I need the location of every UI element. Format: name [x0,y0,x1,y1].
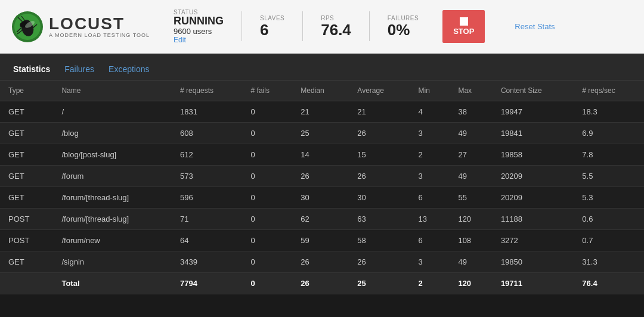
cell-type: GET [0,101,53,123]
cell-max: 108 [450,230,492,251]
cell-name: /blog/[post-slug] [53,144,172,166]
table-row: GET /blog/[post-slug] 612 0 14 15 2 27 1… [0,144,644,166]
table-row: GET /forum/[thread-slug] 596 0 30 30 6 5… [0,187,644,209]
cell-min: 4 [410,101,450,123]
col-max: Max [450,80,492,101]
cell-reqs-sec: 0.6 [574,209,644,230]
cell-fails: 0 [243,166,293,187]
col-type: Type [0,80,53,101]
cell-max: 38 [450,101,492,123]
cell-median: 14 [292,144,349,166]
col-name: Name [53,80,172,101]
cell-requests: 71 [172,209,243,230]
cell-min: 2 [410,144,450,166]
cell-requests: 612 [172,144,243,166]
tab-statistics[interactable]: Statistics [12,61,51,80]
cell-median: 26 [292,166,349,187]
cell-reqs-sec: 7.8 [574,144,644,166]
col-fails: # fails [243,80,293,101]
cell-max: 49 [450,251,492,273]
cell-type: GET [0,123,53,144]
cell-type: GET [0,166,53,187]
cell-min: 6 [410,230,450,251]
cell-requests: 3439 [172,251,243,273]
cell-requests: 64 [172,230,243,251]
cell-median: 30 [292,187,349,209]
rps-block: RPS 76.4 [321,15,351,39]
table-row: GET /signin 3439 0 26 26 3 49 19850 31.3 [0,251,644,273]
slaves-block: SLAVES 6 [260,15,284,39]
cell-reqs-sec: 0.7 [574,230,644,251]
cell-max: 49 [450,166,492,187]
total-average: 25 [349,273,410,294]
reset-stats-link[interactable]: Reset Stats [515,22,555,31]
cell-min: 13 [410,209,450,230]
cell-content-size: 19947 [493,101,574,123]
status-users: 9600 users [174,27,224,36]
logo-text-area: LOCUST A MODERN LOAD TESTING TOOL [49,15,150,38]
cell-content-size: 19850 [493,251,574,273]
logo-area: LOCUST A MODERN LOAD TESTING TOOL [12,11,150,42]
cell-min: 3 [410,166,450,187]
cell-fails: 0 [243,209,293,230]
total-type [0,273,53,294]
cell-reqs-sec: 5.3 [574,187,644,209]
cell-requests: 608 [172,123,243,144]
cell-type: GET [0,251,53,273]
stop-label: STOP [453,27,474,36]
cell-name: /forum/[thread-slug] [53,209,172,230]
logo-subtitle: A MODERN LOAD TESTING TOOL [49,32,150,38]
cell-fails: 0 [243,187,293,209]
cell-name: /forum/new [53,230,172,251]
cell-type: GET [0,187,53,209]
stop-icon [460,17,468,26]
cell-requests: 596 [172,187,243,209]
main-content: Statistics Failures Exceptions Type Name… [0,54,644,294]
cell-content-size: 3272 [493,230,574,251]
slaves-value: 6 [260,21,284,39]
cell-name: / [53,101,172,123]
tab-bar: Statistics Failures Exceptions [0,54,644,80]
cell-requests: 1831 [172,101,243,123]
cell-median: 59 [292,230,349,251]
tab-failures[interactable]: Failures [63,61,95,80]
cell-content-size: 11188 [493,209,574,230]
table-row: POST /forum/[thread-slug] 71 0 62 63 13 … [0,209,644,230]
total-fails: 0 [243,273,293,294]
stop-button[interactable]: STOP [442,10,485,43]
cell-max: 27 [450,144,492,166]
failures-value: 0% [388,21,419,39]
logo-title: LOCUST [49,15,150,32]
col-content-size: Content Size [493,80,574,101]
cell-reqs-sec: 5.5 [574,166,644,187]
col-reqs-sec: # reqs/sec [574,80,644,101]
divider-1 [242,11,242,41]
total-median: 26 [292,273,349,294]
table-row: GET /blog 608 0 25 26 3 49 19841 6.9 [0,123,644,144]
table-header-row: Type Name # requests # fails Median Aver… [0,80,644,101]
divider-2 [302,11,303,41]
table-total-row: Total 7794 0 26 25 2 120 19711 76.4 [0,273,644,294]
cell-reqs-sec: 18.3 [574,101,644,123]
table-row: GET /forum 573 0 26 26 3 49 20209 5.5 [0,166,644,187]
cell-content-size: 19841 [493,123,574,144]
col-min: Min [410,80,450,101]
cell-average: 21 [349,101,410,123]
tab-exceptions[interactable]: Exceptions [107,61,150,80]
cell-name: /forum [53,166,172,187]
table-row: POST /forum/new 64 0 59 58 6 108 3272 0.… [0,230,644,251]
cell-median: 21 [292,101,349,123]
cell-average: 26 [349,251,410,273]
edit-link[interactable]: Edit [174,36,224,44]
cell-name: /blog [53,123,172,144]
cell-average: 63 [349,209,410,230]
cell-max: 49 [450,123,492,144]
cell-average: 26 [349,166,410,187]
cell-max: 120 [450,209,492,230]
cell-average: 26 [349,123,410,144]
statistics-table: Type Name # requests # fails Median Aver… [0,80,644,294]
total-min: 2 [410,273,450,294]
total-max: 120 [450,273,492,294]
total-reqs-sec: 76.4 [574,273,644,294]
failures-block: FAILURES 0% [388,15,419,39]
